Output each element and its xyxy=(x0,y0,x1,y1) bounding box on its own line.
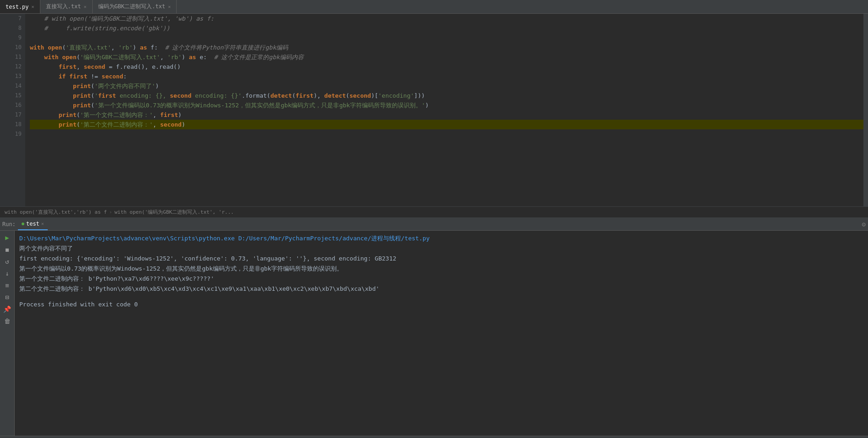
line-number-7: 7 xyxy=(0,14,22,23)
tab-direct-write-label: 直接写入.txt xyxy=(46,3,81,11)
code-line-15: print('first encoding: {}, second encodi… xyxy=(30,91,863,100)
line-number-15: 15 xyxy=(0,91,22,100)
output-line: Process finished with exit code 0 xyxy=(19,299,863,310)
output-line: first encoding: {'encoding': 'Windows-12… xyxy=(19,254,863,264)
code-line-9 xyxy=(30,33,863,43)
code-line-14: print('两个文件内容不同了') xyxy=(30,81,863,91)
line-number-14: 14 xyxy=(0,81,22,91)
breadcrumb-item-2: with open('编码为GBK二进制写入.txt', 'r... xyxy=(114,209,234,216)
line-number-18: 18 xyxy=(0,120,22,129)
line-numbers: 78910111213141516171819 xyxy=(0,14,25,206)
run-tab-label: test xyxy=(26,221,39,227)
run-tab[interactable]: ● test ✕ xyxy=(18,218,48,230)
code-line-10: with open('直接写入.txt', 'rb') as f: # 这个文件… xyxy=(30,43,863,52)
tab-gbk-write-close[interactable]: ✕ xyxy=(168,4,171,9)
tab-bar: test.py ✕ 直接写入.txt ✕ 编码为GBK二进制写入.txt ✕ xyxy=(0,0,868,14)
run-tab-close[interactable]: ✕ xyxy=(41,221,44,226)
line-number-11: 11 xyxy=(0,52,22,62)
output-line: 第一个文件二进制内容： b'Python?\xa7\xd6????\xee\x9… xyxy=(19,274,863,284)
clear-button[interactable]: 🗑 xyxy=(2,316,12,326)
tab-test-py[interactable]: test.py ✕ xyxy=(0,0,40,13)
code-line-11: with open('编码为GBK二进制写入.txt', 'rb') as e:… xyxy=(30,52,863,62)
bottom-toolbar: ▶ 4: Run ☰ 6: TODO ▣ Terminal 🐍 Python C… xyxy=(0,436,868,438)
run-button[interactable]: ▶ xyxy=(2,233,12,243)
tab-direct-write-close[interactable]: ✕ xyxy=(84,4,87,9)
line-number-16: 16 xyxy=(0,100,22,110)
code-content[interactable]: # with open('编码为GBK二进制写入.txt', 'wb') as … xyxy=(25,14,863,206)
tab-gbk-write-label: 编码为GBK二进制写入.txt xyxy=(98,3,166,11)
output-line: D:\Users\Mar\PycharmProjects\advance\ven… xyxy=(19,233,863,244)
line-number-13: 13 xyxy=(0,72,22,81)
bottom-run-btn[interactable]: ▶ 4: Run xyxy=(2,436,30,438)
run-panel: Run: ● test ✕ ⚙ ▶ ◼ ↺ ↓ ≡ ⊟ 📌 🗑 D:\Users… xyxy=(0,218,868,436)
code-line-8: # f.write(string.encode('gbk')) xyxy=(30,23,863,33)
bottom-python-console-btn[interactable]: 🐍 Python Console xyxy=(117,436,172,438)
run-label: Run: xyxy=(2,221,16,227)
breadcrumb-item-1: with open('直接写入.txt','rb') as f xyxy=(5,209,107,216)
code-line-17: print('第一个文件二进制内容：', first) xyxy=(30,110,863,120)
soft-wrap-button[interactable]: ≡ xyxy=(2,280,12,290)
run-output[interactable]: D:\Users\Mar\PycharmProjects\advance\ven… xyxy=(15,231,868,436)
run-body: ▶ ◼ ↺ ↓ ≡ ⊟ 📌 🗑 D:\Users\Mar\PycharmProj… xyxy=(0,231,868,436)
line-number-10: 10 xyxy=(0,43,22,52)
code-line-19 xyxy=(30,129,863,139)
code-line-16: print('第一个文件编码以0.73的概率识别为Windows-1252，但其… xyxy=(30,100,863,110)
tab-gbk-write[interactable]: 编码为GBK二进制写入.txt ✕ xyxy=(93,0,177,13)
line-number-8: 8 xyxy=(0,23,22,33)
line-number-9: 9 xyxy=(0,33,22,43)
code-line-13: if first != second: xyxy=(30,72,863,81)
bottom-terminal-btn[interactable]: ▣ Terminal xyxy=(76,436,110,438)
output-line: 第一个文件编码以0.73的概率识别为Windows-1252，但其实仍然是gbk… xyxy=(19,264,863,274)
filter-button[interactable]: ⊟ xyxy=(2,292,12,302)
tab-test-py-close[interactable]: ✕ xyxy=(32,4,34,9)
scroll-down-button[interactable]: ↓ xyxy=(2,268,12,278)
tab-direct-write[interactable]: 直接写入.txt ✕ xyxy=(40,0,93,13)
code-line-18: print('第二个文件二进制内容：', second) xyxy=(30,120,863,129)
output-line: 第二个文件二进制内容： b'Python\xd6\xd0\xb5\xc4\xd3… xyxy=(19,284,863,294)
pin-button[interactable]: 📌 xyxy=(2,304,12,314)
stop-button[interactable]: ◼ xyxy=(2,244,12,255)
line-number-17: 17 xyxy=(0,110,22,120)
code-line-7: # with open('编码为GBK二进制写入.txt', 'wb') as … xyxy=(30,14,863,23)
editor-scrollbar[interactable] xyxy=(863,14,868,206)
editor-area: 78910111213141516171819 # with open('编码为… xyxy=(0,14,868,206)
run-toolbar: ▶ ◼ ↺ ↓ ≡ ⊟ 📌 🗑 xyxy=(0,231,15,436)
rerun-button[interactable]: ↺ xyxy=(2,256,12,266)
bottom-todo-btn[interactable]: ☰ 6: TODO xyxy=(37,436,69,438)
tab-test-py-label: test.py xyxy=(6,4,29,10)
line-number-12: 12 xyxy=(0,62,22,72)
code-line-12: first, second = f.read(), e.read() xyxy=(30,62,863,72)
run-settings-icon[interactable]: ⚙ xyxy=(862,221,866,228)
output-line: 两个文件内容不同了 xyxy=(19,244,863,254)
breadcrumb-bar: with open('直接写入.txt','rb') as f › with o… xyxy=(0,206,868,218)
breadcrumb-sep: › xyxy=(109,209,112,215)
run-header: Run: ● test ✕ ⚙ xyxy=(0,218,868,231)
line-number-19: 19 xyxy=(0,129,22,139)
